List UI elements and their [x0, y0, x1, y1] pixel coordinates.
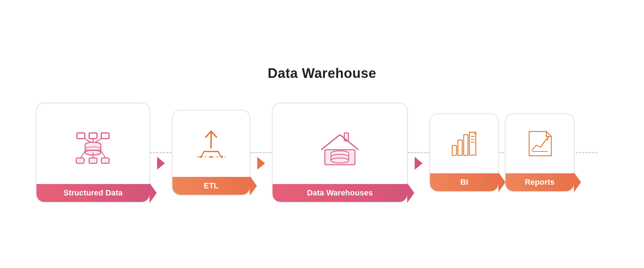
reports-label: Reports — [525, 178, 555, 187]
svg-line-14 — [101, 151, 106, 158]
warehouse-label: Data Warehouses — [307, 188, 373, 198]
warehouse-icon — [318, 131, 361, 167]
reports-icon — [526, 129, 554, 158]
reports-icon-area — [526, 114, 554, 173]
svg-rect-16 — [89, 158, 97, 163]
structured-data-banner: Structured Data — [36, 184, 150, 202]
gap-1 — [150, 157, 172, 170]
page-title: Data Warehouse — [268, 66, 376, 81]
reports-banner: Reports — [506, 173, 574, 191]
etl-label: ETL — [204, 181, 219, 190]
bi-box: BI — [429, 113, 499, 192]
svg-rect-15 — [76, 158, 84, 163]
warehouse-icon-area — [318, 114, 361, 184]
reports-box: Reports — [505, 113, 575, 192]
svg-rect-35 — [452, 145, 457, 155]
structured-data-label: Structured Data — [63, 188, 122, 198]
warehouse-banner: Data Warehouses — [273, 184, 407, 202]
svg-rect-37 — [464, 135, 468, 155]
arrow-3 — [415, 157, 423, 170]
etl-box: ETL — [172, 110, 250, 195]
arrow-2 — [257, 157, 265, 170]
svg-rect-0 — [77, 133, 85, 139]
structured-data-icon-area — [73, 114, 113, 184]
svg-rect-17 — [101, 158, 109, 163]
upload-icon — [197, 128, 225, 159]
bi-banner: BI — [430, 173, 498, 191]
bi-icon-area — [450, 114, 479, 173]
svg-rect-1 — [89, 133, 97, 139]
gap-3 — [408, 157, 429, 170]
etl-banner: ETL — [172, 177, 250, 195]
diagram: Structured Data — [36, 103, 608, 203]
svg-rect-2 — [101, 133, 109, 139]
etl-icon-area — [190, 110, 233, 177]
bi-label: BI — [460, 178, 468, 187]
bi-reports-pair: BI Reports — [429, 113, 575, 192]
svg-line-12 — [80, 151, 85, 158]
network-db-icon — [73, 131, 113, 167]
structured-data-box: Structured Data — [36, 103, 150, 203]
arrow-1 — [157, 157, 165, 170]
bi-chart-icon — [450, 129, 479, 158]
svg-line-21 — [218, 152, 220, 156]
svg-line-20 — [202, 152, 204, 156]
svg-rect-36 — [458, 140, 462, 155]
warehouse-box: Data Warehouses — [272, 103, 408, 203]
gap-2 — [250, 157, 272, 170]
